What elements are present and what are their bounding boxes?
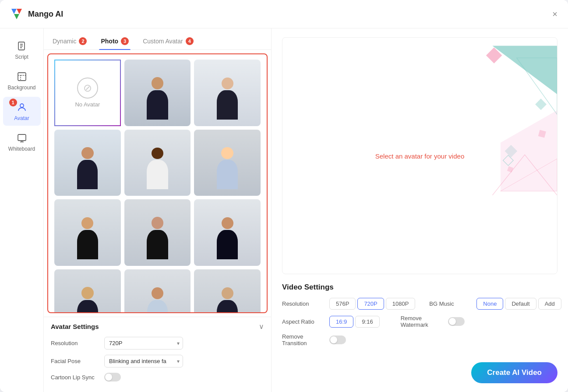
close-button[interactable]: ×	[550, 7, 559, 21]
tab-custom-avatar[interactable]: Custom Avatar 4	[141, 34, 195, 49]
avatar-card-1[interactable]	[124, 60, 191, 126]
remove-transition-label: Remove Transition	[282, 333, 326, 346]
avatar-card-3[interactable]	[54, 130, 121, 196]
music-default-btn[interactable]: Default	[505, 298, 536, 310]
sidebar-item-whiteboard[interactable]: Whiteboard	[3, 127, 41, 156]
sidebar-script-label: Script	[15, 54, 28, 60]
bg-music-group: None Default Add	[476, 298, 561, 310]
video-resolution-label: Resolution	[282, 300, 326, 307]
cartoon-lip-toggle-row	[104, 373, 121, 381]
avatar-card-6[interactable]	[54, 199, 121, 266]
avatar-settings-chevron[interactable]: ∨	[259, 322, 264, 331]
video-settings: Video Settings Resolution 576P 720P 1080…	[282, 283, 557, 352]
cartoon-lip-label: Cartoon Lip Sync	[51, 374, 99, 381]
background-icon	[16, 71, 28, 83]
avatar-card-7[interactable]	[124, 199, 191, 266]
script-icon	[16, 40, 28, 52]
svg-rect-17	[535, 99, 547, 110]
avatar-silhouette	[214, 276, 241, 313]
remove-watermark-toggle[interactable]	[448, 317, 465, 326]
sidebar: Script Background 1	[0, 28, 44, 392]
aspect-16-9-btn[interactable]: 16:9	[329, 316, 353, 328]
resolution-select[interactable]: 576P 720P 1080P	[104, 337, 183, 350]
video-resolution-row: Resolution 576P 720P 1080P BG Music None…	[282, 298, 557, 310]
sidebar-item-background[interactable]: Background	[3, 66, 41, 95]
remove-transition-row: Remove Transition	[282, 333, 557, 346]
sidebar-item-avatar[interactable]: 1 Avatar	[3, 97, 41, 126]
avatar-icon	[16, 101, 28, 113]
settings-facial-row: Facial Pose Blinking and intense fa Natu…	[51, 355, 264, 367]
logo-icon	[9, 6, 25, 22]
tab-dynamic[interactable]: Dynamic 2	[51, 34, 88, 49]
facial-pose-select-wrapper: Blinking and intense fa Natural Expressi…	[104, 355, 183, 367]
avatar-settings: Avatar Settings ∨ Resolution 576P 720P 1…	[44, 317, 271, 392]
svg-rect-23	[507, 166, 513, 172]
avatar-badge: 1	[9, 99, 17, 106]
avatar-card-5[interactable]	[194, 130, 261, 196]
svg-marker-14	[492, 46, 557, 94]
aspect-ratio-group: 16:9 9:16	[329, 316, 380, 328]
bg-music-label: BG Music	[429, 300, 473, 307]
res-1080p-btn[interactable]: 1080P	[386, 298, 416, 310]
res-720p-btn[interactable]: 720P	[357, 298, 384, 310]
sidebar-background-label: Background	[7, 85, 35, 91]
avatar-settings-header: Avatar Settings ∨	[51, 322, 264, 331]
no-avatar-label: No Avatar	[75, 101, 100, 108]
settings-resolution-row: Resolution 576P 720P 1080P	[51, 337, 264, 350]
avatar-card-9[interactable]	[54, 269, 121, 313]
avatar-card-2[interactable]	[194, 60, 261, 126]
dynamic-tab-badge: 2	[79, 37, 87, 45]
photo-tab-badge: 3	[121, 37, 129, 45]
settings-cartoon-row: Cartoon Lip Sync	[51, 373, 264, 381]
svg-rect-19	[505, 145, 518, 158]
aspect-9-16-btn[interactable]: 9:16	[355, 316, 379, 328]
bottom-bar: Create AI Video	[282, 352, 557, 383]
app-title: Mango AI	[28, 10, 63, 19]
decorative-background	[282, 38, 557, 207]
facial-pose-select[interactable]: Blinking and intense fa Natural Expressi…	[104, 355, 183, 367]
avatar-silhouette	[74, 206, 101, 259]
right-panel: Select an avatar for your video Video Se…	[272, 28, 568, 392]
music-add-btn[interactable]: Add	[538, 298, 561, 310]
avatar-silhouette	[144, 136, 171, 189]
avatar-card-11[interactable]: VIP	[194, 269, 261, 313]
remove-watermark-label: Remove Watermark	[401, 315, 445, 328]
svg-rect-15	[486, 47, 502, 64]
sidebar-item-script[interactable]: Script	[3, 35, 41, 64]
svg-point-10	[20, 104, 24, 107]
cartoon-lip-toggle[interactable]	[104, 373, 121, 381]
tab-photo[interactable]: Photo 3	[99, 34, 131, 49]
create-ai-video-button[interactable]: Create AI Video	[471, 362, 557, 383]
svg-marker-0	[11, 9, 17, 14]
video-resolution-group: 576P 720P 1080P	[329, 298, 415, 310]
avatar-silhouette	[144, 276, 171, 313]
sidebar-avatar-label: Avatar	[14, 115, 29, 121]
remove-transition-toggle[interactable]	[329, 335, 346, 344]
left-panel: Dynamic 2 Photo 3 Custom Avatar 4 ⊘	[44, 28, 272, 392]
avatar-silhouette	[144, 66, 171, 119]
avatar-settings-title: Avatar Settings	[51, 323, 99, 330]
aspect-ratio-label: Aspect Ratio	[282, 318, 326, 325]
whiteboard-icon	[16, 132, 28, 144]
avatar-card-4[interactable]	[124, 130, 191, 196]
resolution-label: Resolution	[51, 340, 99, 346]
svg-marker-20	[501, 110, 557, 191]
avatar-card-8[interactable]	[194, 199, 261, 266]
svg-rect-22	[503, 155, 513, 166]
avatar-silhouette	[144, 206, 171, 259]
svg-rect-18	[538, 130, 546, 138]
res-576p-btn[interactable]: 576P	[329, 298, 356, 310]
no-avatar-icon: ⊘	[77, 78, 98, 99]
avatar-grid-container: ⊘ No Avatar	[47, 53, 268, 313]
music-none-btn[interactable]: None	[476, 298, 503, 310]
avatar-grid: ⊘ No Avatar	[54, 60, 261, 313]
svg-rect-7	[18, 73, 26, 81]
no-avatar-card[interactable]: ⊘ No Avatar	[54, 60, 121, 126]
svg-marker-1	[17, 9, 22, 14]
svg-marker-16	[517, 58, 557, 114]
avatar-card-10[interactable]: ⊕	[124, 269, 191, 313]
resolution-select-wrapper: 576P 720P 1080P	[104, 337, 183, 350]
sidebar-whiteboard-label: Whiteboard	[8, 146, 35, 152]
video-settings-title: Video Settings	[282, 283, 557, 292]
title-bar: Mango AI ×	[0, 0, 568, 28]
